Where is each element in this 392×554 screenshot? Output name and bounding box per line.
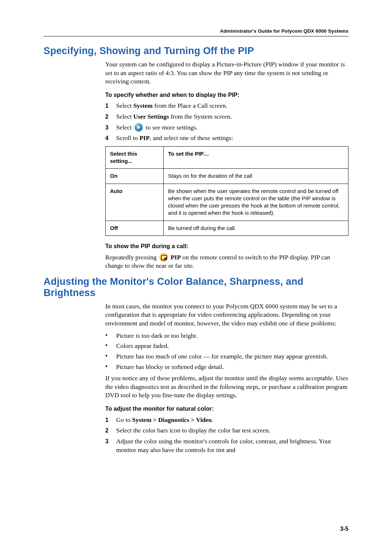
bold: User Settings	[133, 113, 169, 120]
t: Repeatedly pressing	[105, 254, 158, 261]
t: Scroll to	[116, 134, 139, 141]
step-1: 1 Go to System > Diagnostics > Video.	[105, 416, 348, 424]
step-number: 4	[105, 134, 116, 142]
step-text: Scroll to PIP, and select one of these s…	[116, 134, 348, 143]
step-number: 3	[105, 438, 116, 446]
page-number: 3-5	[340, 526, 348, 532]
step-text: Go to System > Diagnostics > Video.	[116, 416, 348, 424]
table-header-row: Select this setting... To set the PIP…	[106, 146, 348, 169]
bullet-icon: •	[105, 332, 116, 340]
th-desc: To set the PIP…	[164, 146, 348, 169]
step-number: 2	[105, 113, 116, 121]
next-arrow-icon	[135, 123, 143, 131]
th-setting: Select this setting...	[106, 146, 164, 169]
step-3: 3 Select to see more settings.	[105, 123, 348, 132]
subhead-adjust-monitor: To adjust the monitor for natural color:	[105, 405, 348, 413]
bullet-text: Picture has blocky or softened edge deta…	[116, 363, 348, 372]
step-2: 2 Select User Settings from the System s…	[105, 112, 348, 121]
bullet-icon: •	[105, 342, 116, 350]
subhead-show-pip: To show the PIP during a call:	[105, 242, 348, 250]
step-text: Select System from the Place a Call scre…	[116, 102, 348, 110]
table-row: Off Be turned off during the call.	[106, 221, 348, 235]
section2-intro: In most cases, the monitor you connect t…	[105, 302, 348, 328]
t: from the Place a Call screen.	[153, 102, 228, 109]
bold: System	[133, 102, 152, 109]
adjust-monitor-steps: 1 Go to System > Diagnostics > Video. 2 …	[105, 416, 348, 455]
cell-setting: Auto	[106, 184, 164, 221]
bold: System > Diagnostics > Video	[132, 416, 212, 423]
bold: PIP	[139, 134, 150, 141]
cell-desc: Stays on for the duration of the call	[164, 169, 348, 184]
step-text: Select to see more settings.	[116, 123, 348, 132]
step-1: 1 Select System from the Place a Call sc…	[105, 102, 348, 110]
document-page: Administrator's Guide for Polycom QDX 60…	[0, 0, 392, 554]
t: Select	[116, 124, 133, 131]
bullet-icon: •	[105, 352, 116, 361]
t: .	[212, 416, 213, 423]
section2-after-bullets: If you notice any of these problems, adj…	[105, 374, 348, 400]
bullet-text: Colors appear faded.	[116, 342, 348, 350]
section1-body: Your system can be configured to display…	[105, 60, 348, 270]
step-3: 3 Adjust the color using the monitor's c…	[105, 437, 348, 454]
bullet-icon: •	[105, 363, 116, 372]
pip-button-icon	[160, 253, 168, 261]
list-item: •Picture has blocky or softened edge det…	[105, 363, 348, 372]
cell-setting: On	[106, 169, 164, 184]
cell-desc: Be shown when the user operates the remo…	[164, 184, 348, 221]
t: from the System screen.	[169, 113, 232, 120]
problem-bullets: •Picture is too dark or too bright. •Col…	[105, 332, 348, 372]
t: , and select one of these settings:	[150, 134, 233, 141]
t: Select	[116, 102, 133, 109]
list-item: •Picture is too dark or too bright.	[105, 332, 348, 340]
cell-setting: Off	[106, 221, 164, 235]
step-number: 1	[105, 416, 116, 424]
t: Select	[116, 113, 133, 120]
t: Adjust the color using the monitor's con…	[116, 438, 331, 454]
step-4: 4 Scroll to PIP, and select one of these…	[105, 134, 348, 143]
step-number: 1	[105, 102, 116, 110]
step-text: Adjust the color using the monitor's con…	[116, 437, 348, 454]
t: Go to	[116, 416, 132, 423]
running-header: Administrator's Guide for Polycom QDX 60…	[44, 28, 348, 34]
show-pip-para: Repeatedly pressing PIP on the remote co…	[105, 253, 348, 270]
step-text: Select the color bars icon to display th…	[116, 426, 348, 435]
list-item: •Colors appear faded.	[105, 342, 348, 350]
pip-settings-table: Select this setting... To set the PIP… O…	[105, 146, 348, 236]
subhead-specify-pip: To specify whether and when to display t…	[105, 91, 348, 99]
cell-desc: Be turned off during the call.	[164, 221, 348, 235]
step-2: 2 Select the color bars icon to display …	[105, 426, 348, 435]
bold: PIP	[171, 254, 181, 261]
list-item: •Picture has too much of one color — for…	[105, 352, 348, 361]
section-heading-pip: Specifying, Showing and Turning Off the …	[44, 45, 348, 57]
step-text: Select User Settings from the System scr…	[116, 112, 348, 121]
t: to see more settings.	[144, 124, 197, 131]
specify-pip-steps: 1 Select System from the Place a Call sc…	[105, 102, 348, 143]
section-heading-monitor: Adjusting the Monitor's Color Balance, S…	[44, 276, 348, 299]
bullet-text: Picture is too dark or too bright.	[116, 332, 348, 340]
table-row: Auto Be shown when the user operates the…	[106, 184, 348, 221]
section1-intro: Your system can be configured to display…	[105, 60, 348, 86]
header-rule	[44, 36, 348, 37]
step-number: 2	[105, 427, 116, 435]
t: Select the color bars icon to display th…	[116, 427, 270, 434]
table-row: On Stays on for the duration of the call	[106, 169, 348, 184]
section2-body: In most cases, the monitor you connect t…	[105, 302, 348, 454]
step-number: 3	[105, 124, 116, 132]
bullet-text: Picture has too much of one color — for …	[116, 352, 348, 361]
